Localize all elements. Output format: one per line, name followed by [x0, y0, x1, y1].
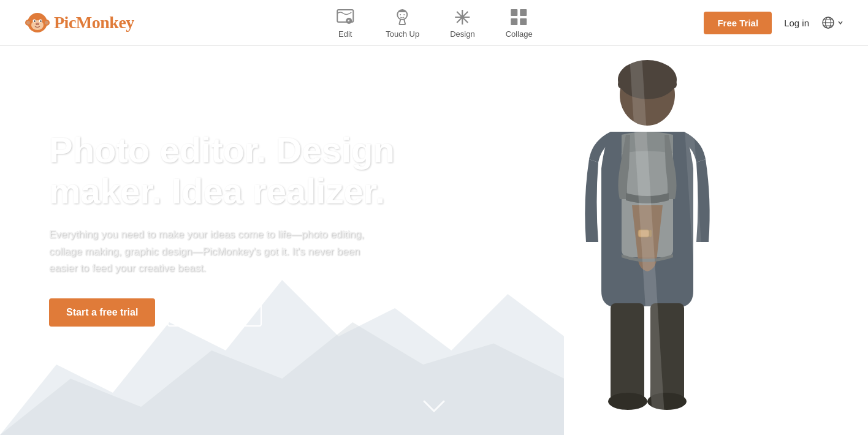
- collage-icon: [509, 7, 529, 27]
- svg-point-12: [38, 24, 39, 25]
- svg-point-4: [45, 21, 48, 25]
- hero-subtext: Everything you need to make your ideas c…: [49, 226, 368, 276]
- scroll-down-button[interactable]: [422, 398, 446, 418]
- logo[interactable]: PicMonkey: [25, 10, 134, 36]
- main-nav: Edit Touch Up: [335, 7, 532, 39]
- login-link[interactable]: Log in: [784, 18, 809, 28]
- nav-touchup-label: Touch Up: [386, 29, 419, 39]
- nav-item-edit[interactable]: Edit: [335, 7, 355, 39]
- svg-point-17: [404, 14, 405, 15]
- svg-point-9: [40, 20, 41, 21]
- nav-design-label: Design: [450, 29, 474, 39]
- nav-item-touchup[interactable]: Touch Up: [386, 7, 419, 39]
- svg-point-3: [26, 21, 30, 25]
- start-trial-button[interactable]: Start a free trial: [49, 298, 155, 327]
- logo-monkey-icon: [25, 10, 50, 36]
- svg-point-16: [400, 14, 402, 15]
- nav-item-design[interactable]: Design: [450, 7, 474, 39]
- free-trial-button[interactable]: Free Trial: [704, 12, 772, 34]
- touchup-icon: [393, 7, 413, 27]
- design-icon: [452, 7, 472, 27]
- svg-rect-23: [511, 9, 518, 16]
- edit-photo-button[interactable]: Edit a Photo: [167, 298, 261, 327]
- svg-rect-24: [520, 9, 527, 16]
- hero-headline: Photo editor. Design maker. Idea realize…: [49, 130, 429, 211]
- svg-point-11: [36, 24, 37, 25]
- hero-section: Photo editor. Design maker. Idea realize…: [0, 46, 868, 435]
- language-selector[interactable]: [821, 16, 843, 29]
- globe-icon: [821, 16, 835, 29]
- svg-rect-26: [520, 18, 527, 25]
- hero-content: Photo editor. Design maker. Idea realize…: [0, 46, 868, 435]
- nav-item-collage[interactable]: Collage: [506, 7, 533, 39]
- site-header: PicMonkey Edit: [0, 0, 868, 46]
- svg-point-8: [34, 20, 35, 21]
- logo-text: PicMonkey: [54, 13, 134, 32]
- edit-icon: [335, 7, 355, 27]
- nav-collage-label: Collage: [506, 29, 533, 39]
- nav-edit-label: Edit: [338, 29, 352, 39]
- hero-buttons: Start a free trial Edit a Photo: [49, 298, 868, 327]
- chevron-down-icon: [837, 20, 843, 26]
- svg-point-22: [460, 15, 464, 19]
- svg-rect-25: [511, 18, 518, 25]
- chevron-down-large-icon: [422, 398, 446, 415]
- nav-actions: Free Trial Log in: [704, 12, 843, 34]
